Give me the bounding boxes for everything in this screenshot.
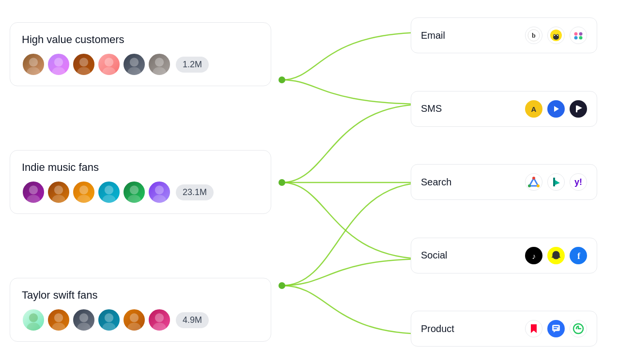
svg-point-30: [155, 185, 164, 194]
channel-icons-social: ♪ f: [525, 247, 587, 264]
svg-point-37: [77, 323, 91, 332]
postscript-icon: [547, 100, 565, 118]
avatar-2: [47, 53, 70, 76]
svg-point-33: [27, 323, 40, 332]
svg-point-31: [153, 195, 166, 204]
svg-rect-71: [554, 326, 558, 327]
svg-rect-58: [576, 106, 577, 112]
channel-card-search: Search: [411, 164, 597, 200]
avatar-17: [123, 308, 146, 332]
avatar-6: [148, 53, 171, 76]
avatar-13: [22, 308, 45, 332]
svg-point-41: [127, 323, 141, 332]
svg-point-53: [579, 32, 583, 36]
svg-point-54: [574, 36, 578, 40]
svg-point-25: [77, 195, 91, 204]
svg-point-62: [528, 184, 531, 187]
count-taylor-swift: 4.9M: [176, 312, 209, 328]
svg-point-21: [27, 195, 40, 204]
svg-text:f: f: [577, 251, 581, 261]
svg-point-13: [77, 67, 91, 76]
avatars-row-taylor-swift: 4.9M: [22, 308, 259, 332]
avatar-8: [47, 181, 70, 204]
svg-point-38: [105, 313, 113, 322]
avatar-5: [123, 53, 146, 76]
channel-icons-product: [525, 320, 587, 337]
jobber-icon: b: [525, 27, 542, 44]
svg-point-52: [574, 32, 578, 36]
svg-rect-70: [552, 325, 560, 331]
klaviyo-icon: [570, 100, 587, 118]
svg-rect-64: [553, 178, 555, 186]
channels-column: Email b: [411, 13, 600, 351]
svg-point-32: [29, 313, 38, 322]
avatar-18: [148, 308, 171, 332]
svg-point-11: [52, 67, 65, 76]
segment-title-high-value: High value customers: [22, 33, 259, 46]
fullstory-icon: [570, 320, 587, 337]
svg-point-12: [79, 58, 88, 66]
avatar-16: [97, 308, 121, 332]
channel-label-search: Search: [421, 177, 460, 188]
svg-point-27: [102, 195, 116, 204]
channel-label-email: Email: [421, 30, 460, 41]
svg-marker-73: [554, 331, 556, 333]
avatar-15: [72, 308, 95, 332]
svg-marker-59: [577, 106, 582, 110]
svg-point-19: [153, 67, 166, 76]
bing-icon: [547, 173, 565, 191]
main-container: High value customers: [0, 0, 619, 364]
avatar-3: [72, 53, 95, 76]
svg-point-34: [54, 313, 63, 322]
svg-point-51: [557, 35, 558, 36]
svg-point-35: [52, 323, 65, 332]
channel-icons-email: b: [525, 27, 587, 44]
avatar-10: [97, 181, 121, 204]
avatar-1: [22, 53, 45, 76]
channel-card-product: Product: [411, 311, 597, 347]
svg-rect-72: [554, 328, 557, 329]
snapchat-icon: [547, 247, 565, 264]
svg-point-26: [105, 185, 113, 194]
svg-point-18: [155, 58, 164, 66]
avatar-4: [97, 53, 121, 76]
svg-point-14: [105, 58, 113, 66]
count-high-value: 1.2M: [176, 57, 209, 73]
svg-text:♪: ♪: [532, 252, 536, 260]
svg-point-22: [54, 185, 63, 194]
avatar-9: [72, 181, 95, 204]
google-ads-icon: [525, 173, 542, 191]
segment-card-high-value: High value customers: [10, 22, 271, 86]
mailchimp-icon: [547, 27, 565, 44]
svg-point-39: [102, 323, 116, 332]
svg-point-43: [153, 323, 166, 332]
svg-point-23: [52, 195, 65, 204]
tiktok-icon: ♪: [525, 247, 542, 264]
channel-icons-sms: A: [525, 100, 587, 118]
avatars-row-high-value: 1.2M: [22, 53, 259, 76]
facebook-icon: f: [570, 247, 587, 264]
segment-card-taylor-swift: Taylor swift fans: [10, 278, 271, 342]
avatars-row-indie-music: 23.1M: [22, 181, 259, 204]
svg-point-36: [79, 313, 88, 322]
segment-title-indie-music: Indie music fans: [22, 161, 259, 174]
svg-point-24: [79, 185, 88, 194]
dots-icon: [570, 27, 587, 44]
intercom-icon: [547, 320, 565, 337]
svg-text:y!: y!: [574, 177, 582, 187]
segment-title-taylor-swift: Taylor swift fans: [22, 289, 259, 302]
svg-point-63: [532, 177, 535, 180]
svg-point-8: [29, 58, 38, 66]
svg-point-42: [155, 313, 164, 322]
channel-icons-search: y!: [525, 173, 587, 191]
svg-point-55: [579, 36, 583, 40]
channel-card-sms: SMS A: [411, 91, 597, 127]
svg-marker-69: [531, 324, 537, 333]
segment-card-indie-music: Indie music fans: [10, 150, 271, 214]
count-indie-music: 23.1M: [176, 184, 214, 200]
channel-label-sms: SMS: [421, 103, 460, 114]
segments-column: High value customers: [10, 13, 281, 351]
svg-point-17: [127, 67, 141, 76]
attentive-icon: A: [525, 100, 542, 118]
svg-point-50: [554, 35, 555, 36]
